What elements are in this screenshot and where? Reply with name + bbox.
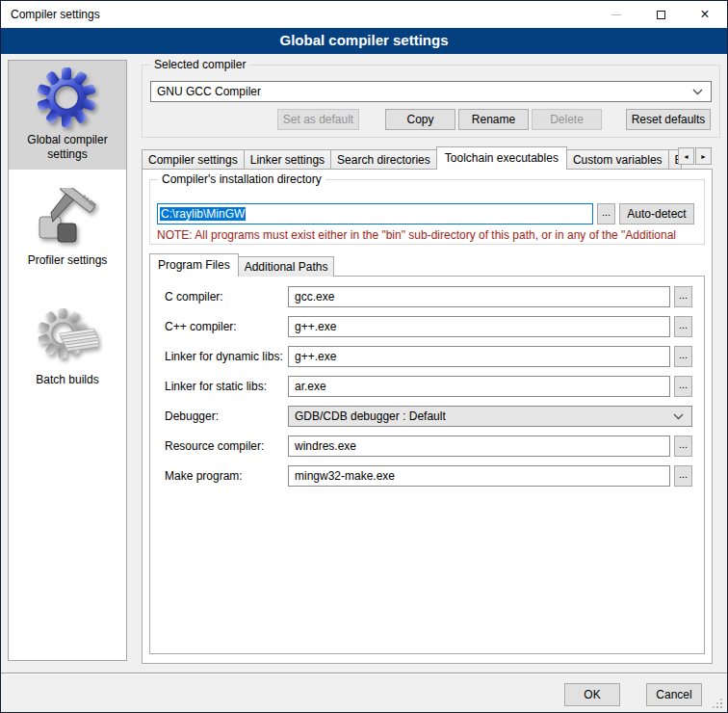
minimize-button[interactable] bbox=[594, 1, 638, 28]
cpp-compiler-input[interactable]: g++.exe bbox=[288, 316, 670, 337]
debugger-select-value: GDB/CDB debugger : Default bbox=[295, 409, 446, 423]
installation-directory-input[interactable]: C:\raylib\MinGW bbox=[157, 203, 593, 224]
blue-gear-icon bbox=[37, 67, 98, 129]
selected-text: C:\raylib\MinGW bbox=[160, 207, 246, 221]
field-value: g++.exe bbox=[295, 350, 336, 363]
browse-button[interactable]: ... bbox=[674, 465, 692, 487]
toolchain-executables-panel: Compiler's installation directory C:\ray… bbox=[142, 169, 713, 664]
tab-scroll-left-button[interactable]: ◄ bbox=[678, 147, 694, 165]
field-label: Make program: bbox=[165, 469, 288, 483]
dynamic-linker-input[interactable]: g++.exe bbox=[288, 346, 670, 367]
auto-detect-button[interactable]: Auto-detect bbox=[619, 203, 694, 224]
set-as-default-button[interactable]: Set as default bbox=[277, 109, 359, 130]
installation-directory-group: Compiler's installation directory C:\ray… bbox=[149, 179, 705, 245]
gear-stack-icon bbox=[37, 307, 98, 369]
tab-scroll-buttons: ◄ ► bbox=[677, 147, 712, 165]
sidebar-item-label: Batch builds bbox=[11, 373, 124, 387]
compiler-select-value: GNU GCC Compiler bbox=[157, 85, 261, 98]
minimize-icon bbox=[611, 14, 621, 15]
reset-defaults-button[interactable]: Reset defaults bbox=[626, 109, 711, 130]
sidebar-item-global-compiler-settings[interactable]: Global compiler settings bbox=[9, 61, 126, 170]
tab-custom-variables[interactable]: Custom variables bbox=[566, 149, 669, 170]
field-label: Linker for static libs: bbox=[165, 380, 288, 393]
arrow-right-icon: ► bbox=[700, 153, 707, 160]
delete-button[interactable]: Delete bbox=[532, 109, 602, 130]
copy-button[interactable]: Copy bbox=[385, 109, 455, 130]
sidebar-item-label: Profiler settings bbox=[11, 253, 124, 268]
field-row: C compiler: gcc.exe ... bbox=[165, 286, 692, 307]
dialog-buttons: OK Cancel bbox=[564, 683, 702, 706]
browse-button[interactable]: ... bbox=[674, 376, 692, 397]
arrow-left-icon: ◄ bbox=[683, 153, 689, 160]
resize-grip[interactable] bbox=[713, 699, 722, 708]
compiler-select[interactable]: GNU GCC Compiler bbox=[150, 81, 712, 102]
settings-sidebar: Global compiler settings Profiler settin… bbox=[8, 60, 127, 661]
static-linker-input[interactable]: ar.exe bbox=[288, 376, 670, 397]
browse-button[interactable]: ... bbox=[674, 316, 692, 337]
debugger-select[interactable]: GDB/CDB debugger : Default bbox=[288, 406, 692, 427]
field-label: Resource compiler: bbox=[165, 439, 288, 453]
tab-compiler-settings[interactable]: Compiler settings bbox=[142, 149, 245, 170]
field-row: Debugger: GDB/CDB debugger : Default bbox=[165, 406, 692, 427]
field-label: Linker for dynamic libs: bbox=[165, 350, 288, 363]
tab-toolchain-executables[interactable]: Toolchain executables bbox=[436, 146, 567, 170]
compiler-settings-window: Compiler settings × Global compiler sett… bbox=[0, 0, 728, 713]
settings-tab-bar: Compiler settings Linker settings Search… bbox=[142, 146, 713, 170]
window-title: Compiler settings bbox=[1, 1, 594, 28]
tab-program-files[interactable]: Program Files bbox=[149, 253, 239, 277]
field-value: windres.exe bbox=[295, 439, 356, 453]
tab-scroll-right-button[interactable]: ► bbox=[695, 147, 712, 165]
browse-button[interactable]: ... bbox=[674, 346, 692, 367]
maximize-button[interactable] bbox=[638, 1, 683, 28]
browse-directory-button[interactable]: ... bbox=[597, 203, 615, 224]
main-panel: Selected compiler GNU GCC Compiler Set a… bbox=[142, 60, 720, 664]
tab-search-directories[interactable]: Search directories bbox=[330, 149, 437, 170]
c-compiler-input[interactable]: gcc.exe bbox=[288, 286, 670, 307]
field-value: mingw32-make.exe bbox=[295, 469, 395, 483]
rename-button[interactable]: Rename bbox=[458, 109, 529, 130]
field-label: C compiler: bbox=[165, 290, 288, 304]
compiler-actions: Set as default Copy Rename Delete Reset … bbox=[150, 109, 712, 130]
field-row: Make program: mingw32-make.exe ... bbox=[165, 465, 692, 487]
field-row: Linker for static libs: ar.exe ... bbox=[165, 376, 692, 397]
title-bar: Compiler settings × bbox=[1, 1, 727, 28]
footer-divider bbox=[1, 673, 727, 674]
caliper-icon bbox=[37, 188, 98, 250]
chevron-down-icon bbox=[673, 413, 684, 420]
field-value: gcc.exe bbox=[295, 290, 334, 304]
tab-additional-paths[interactable]: Additional Paths bbox=[238, 256, 335, 277]
resource-compiler-input[interactable]: windres.exe bbox=[288, 436, 670, 457]
page-title: Global compiler settings bbox=[1, 28, 727, 54]
close-icon: × bbox=[700, 7, 709, 22]
sidebar-item-label: Global compiler settings bbox=[11, 133, 124, 162]
installation-note: NOTE: All programs must exist either in … bbox=[157, 228, 697, 242]
group-label: Compiler's installation directory bbox=[158, 172, 325, 186]
field-row: C++ compiler: g++.exe ... bbox=[165, 316, 692, 337]
field-value: g++.exe bbox=[295, 320, 336, 333]
installation-directory-row: C:\raylib\MinGW ... Auto-detect bbox=[157, 203, 697, 224]
field-row: Resource compiler: windres.exe ... bbox=[165, 436, 692, 457]
field-row: Linker for dynamic libs: g++.exe ... bbox=[165, 346, 692, 367]
program-files-panel: C compiler: gcc.exe ... C++ compiler: g+… bbox=[149, 276, 705, 654]
chevron-down-icon bbox=[692, 89, 703, 95]
field-label: Debugger: bbox=[165, 409, 288, 423]
group-label: Selected compiler bbox=[150, 58, 249, 71]
browse-button[interactable]: ... bbox=[674, 436, 692, 457]
dialog-body: Global compiler settings Profiler settin… bbox=[1, 54, 727, 712]
tab-linker-settings[interactable]: Linker settings bbox=[244, 149, 331, 170]
cancel-button[interactable]: Cancel bbox=[646, 683, 702, 706]
ok-button[interactable]: OK bbox=[564, 683, 620, 706]
selected-compiler-group: Selected compiler GNU GCC Compiler Set a… bbox=[142, 65, 720, 138]
field-label: C++ compiler: bbox=[165, 320, 288, 333]
make-program-input[interactable]: mingw32-make.exe bbox=[288, 465, 670, 487]
sidebar-item-profiler-settings[interactable]: Profiler settings bbox=[9, 181, 126, 276]
sidebar-item-batch-builds[interactable]: Batch builds bbox=[9, 301, 126, 395]
field-value: ar.exe bbox=[295, 380, 326, 393]
close-button[interactable]: × bbox=[683, 1, 727, 28]
browse-button[interactable]: ... bbox=[674, 286, 692, 307]
files-tab-bar: Program Files Additional Paths bbox=[149, 253, 705, 277]
maximize-icon bbox=[657, 11, 665, 19]
